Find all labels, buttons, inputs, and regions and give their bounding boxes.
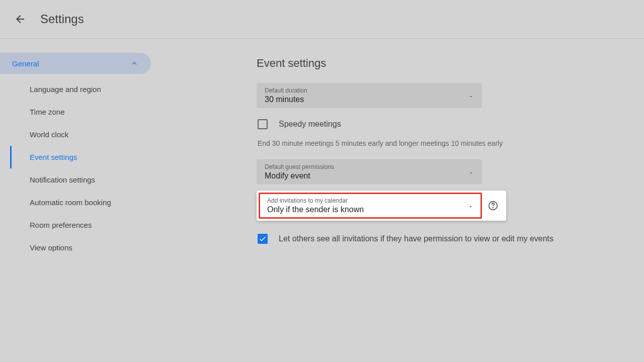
speedy-description: End 30 minute meetings 5 minutes early a… bbox=[257, 139, 644, 147]
sidebar-section-label: General bbox=[12, 59, 39, 68]
sidebar-section-general[interactable]: General bbox=[0, 53, 151, 74]
content: General Language and region Time zone Wo… bbox=[0, 39, 644, 259]
header: Settings bbox=[0, 0, 644, 39]
help-icon bbox=[488, 200, 499, 211]
sidebar-item-room-preferences[interactable]: Room preferences bbox=[10, 214, 151, 236]
add-invitations-select[interactable]: Add invitations to my calendar Only if t… bbox=[259, 193, 482, 219]
default-duration-label: Default duration bbox=[265, 87, 307, 94]
svg-point-1 bbox=[493, 208, 494, 208]
sidebar-item-view-options[interactable]: View options bbox=[10, 236, 151, 259]
add-invitations-row: Add invitations to my calendar Only if t… bbox=[257, 191, 506, 221]
back-arrow-icon[interactable] bbox=[14, 13, 26, 25]
sidebar-item-language[interactable]: Language and region bbox=[10, 78, 151, 101]
sidebar-item-room-booking[interactable]: Automatic room booking bbox=[10, 191, 151, 214]
default-duration-value: 30 minutes bbox=[265, 95, 307, 104]
add-invitations-label: Add invitations to my calendar bbox=[267, 197, 364, 204]
chevron-up-icon bbox=[130, 59, 139, 68]
main-content: Event settings Default duration 30 minut… bbox=[151, 53, 644, 259]
sidebar-item-timezone[interactable]: Time zone bbox=[10, 101, 151, 123]
guest-permissions-value: Modify event bbox=[265, 171, 334, 180]
sidebar-items: Language and region Time zone World cloc… bbox=[10, 78, 151, 259]
sidebar-item-event-settings[interactable]: Event settings bbox=[10, 146, 151, 168]
guest-permissions-label: Default guest permissions bbox=[265, 163, 334, 170]
see-invitations-row: Let others see all invitations if they h… bbox=[257, 229, 644, 249]
page-title: Settings bbox=[40, 12, 84, 26]
add-invitations-value: Only if the sender is known bbox=[267, 205, 364, 214]
speedy-meetings-label: Speedy meetings bbox=[279, 120, 341, 129]
see-invitations-label: Let others see all invitations if they h… bbox=[279, 234, 553, 243]
sidebar-item-worldclock[interactable]: World clock bbox=[10, 123, 151, 146]
guest-permissions-select[interactable]: Default guest permissions Modify event bbox=[257, 159, 482, 185]
dropdown-arrow-icon bbox=[468, 169, 474, 175]
sidebar: General Language and region Time zone Wo… bbox=[0, 53, 151, 259]
sidebar-item-notification[interactable]: Notification settings bbox=[10, 168, 151, 191]
section-title: Event settings bbox=[257, 57, 644, 70]
speedy-meetings-checkbox[interactable] bbox=[258, 119, 268, 129]
check-icon bbox=[259, 235, 267, 243]
default-duration-select[interactable]: Default duration 30 minutes bbox=[257, 83, 482, 108]
help-button[interactable] bbox=[482, 193, 504, 219]
dropdown-arrow-icon bbox=[467, 203, 473, 209]
speedy-meetings-row: Speedy meetings bbox=[257, 114, 644, 134]
dropdown-arrow-icon bbox=[468, 93, 474, 99]
see-invitations-checkbox[interactable] bbox=[258, 234, 268, 244]
